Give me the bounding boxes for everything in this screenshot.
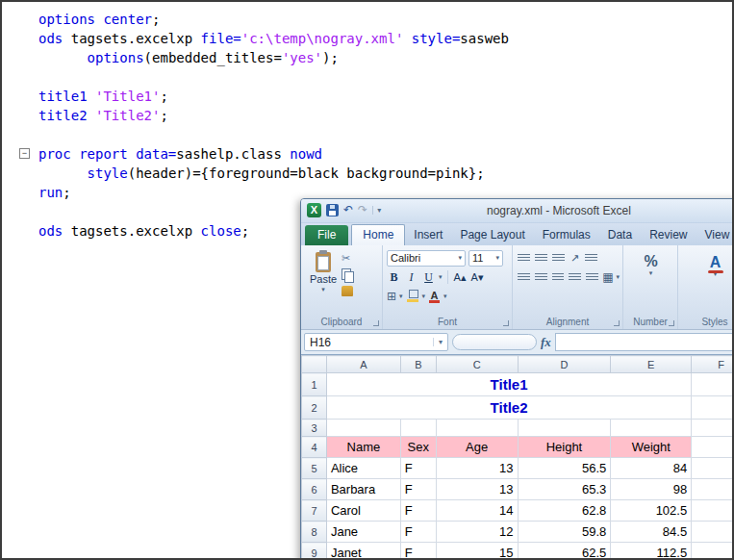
name-box-caret-icon[interactable]: ▾ [433,338,443,346]
tab-file[interactable]: File [305,225,348,245]
name-box[interactable]: H16 ▾ [304,333,448,351]
cell[interactable] [692,420,734,437]
tab-formulas[interactable]: Formulas [534,225,599,245]
save-button[interactable] [326,204,339,216]
cell[interactable]: Jane [326,522,400,543]
font-name-select[interactable]: Calibri ▾ [387,250,466,267]
cell[interactable]: Carol [326,500,400,522]
code-line[interactable]: options(embedded_titles='yes'); [19,48,509,67]
row-header-8[interactable]: 8 [302,522,327,543]
cell[interactable] [326,420,400,437]
cell[interactable]: 62.5 [518,543,611,560]
cell[interactable]: Janet [326,543,400,560]
cut-button[interactable]: ✂ [342,252,355,265]
row-header-6[interactable]: 6 [302,479,327,500]
code-line[interactable]: −proc report data=sashelp.class nowd [19,144,509,164]
column-header-E[interactable]: E [611,356,692,373]
increase-indent-button[interactable] [586,273,598,282]
borders-button[interactable]: ⊞ [387,289,396,304]
row-header-7[interactable]: 7 [302,500,327,522]
fill-color-caret-icon[interactable]: ▾ [422,293,426,300]
alignment-dialog-launcher-icon[interactable] [614,320,620,326]
cell[interactable] [692,437,734,458]
code-line[interactable]: title2 'Title2'; [19,106,509,125]
cell[interactable]: 15 [436,543,518,560]
percent-style-button[interactable]: % [644,254,657,269]
align-middle-button[interactable] [535,254,547,263]
cell[interactable]: Barbara [326,479,400,500]
copy-button[interactable] [342,268,355,282]
column-header-B[interactable]: B [400,356,436,373]
tab-insert[interactable]: Insert [405,225,451,245]
row-header-3[interactable]: 3 [302,420,327,437]
cell[interactable] [400,420,436,437]
underline-caret-icon[interactable]: ▾ [439,273,443,281]
tab-home[interactable]: Home [351,224,405,245]
align-left-button[interactable] [518,273,530,282]
cell[interactable]: 102.5 [611,500,692,522]
cell[interactable]: 56.5 [518,458,611,479]
excel-app-icon[interactable]: X [307,203,321,217]
column-header-D[interactable]: D [518,356,611,373]
cell[interactable]: Sex [400,437,436,458]
cell[interactable] [692,373,734,396]
align-right-button[interactable] [552,273,565,282]
cell[interactable]: Alice [326,458,400,479]
cell[interactable]: F [400,543,436,560]
row-header-9[interactable]: 9 [302,543,327,560]
code-line[interactable]: title1 'Title1'; [19,87,509,106]
row-header-2[interactable]: 2 [302,396,327,420]
borders-caret-icon[interactable]: ▾ [399,293,403,300]
number-format-caret-icon[interactable]: ▾ [649,269,653,277]
cell[interactable]: 84 [611,458,692,479]
font-color-button[interactable]: A [428,290,441,303]
row-header-1[interactable]: 1 [302,373,327,396]
cell[interactable]: 84.5 [611,522,692,543]
merge-center-button[interactable]: ▦ [602,270,613,284]
cell[interactable] [692,500,734,522]
font-dialog-launcher-icon[interactable] [503,320,509,326]
excel-titlebar[interactable]: X ↶ ↷ ▾ nogray.xml - Microsoft Excel [301,199,734,223]
bold-button[interactable]: B [387,269,401,285]
cell[interactable]: F [400,500,436,522]
qat-customize-button[interactable]: ▾ [372,206,381,215]
merged-title-cell[interactable]: Title2 [326,396,691,420]
align-center-button[interactable] [535,273,547,282]
decrease-indent-button[interactable] [569,273,581,282]
merge-center-caret-icon[interactable]: ▾ [616,273,620,281]
cell[interactable] [518,420,611,437]
redo-button[interactable]: ↷ [358,204,367,216]
code-line[interactable] [19,67,509,87]
cell[interactable]: 12 [436,522,518,543]
cell[interactable]: 14 [436,500,518,522]
cell[interactable]: Height [518,437,611,458]
cell[interactable]: F [400,479,436,500]
cell[interactable] [692,479,734,500]
fill-color-button[interactable] [406,290,419,303]
code-line[interactable] [19,125,509,144]
code-line[interactable]: options center; [19,10,509,29]
formula-input[interactable] [555,333,734,351]
cell[interactable]: Age [436,437,518,458]
cell[interactable]: F [400,458,436,479]
column-header-C[interactable]: C [436,356,518,373]
shrink-font-button[interactable]: A▾ [470,269,485,285]
tab-data[interactable]: Data [599,225,641,245]
italic-button[interactable]: I [404,269,418,285]
font-size-select[interactable]: 11 ▾ [468,250,503,267]
cell[interactable]: 62.8 [518,500,611,522]
fold-collapse-icon[interactable]: − [19,148,30,159]
grow-font-button[interactable]: A▴ [453,269,468,285]
orientation-button[interactable]: ↗ [570,252,579,265]
tab-view[interactable]: View [696,225,734,245]
cell[interactable]: F [400,522,436,543]
cell[interactable]: Name [326,437,400,458]
cell[interactable]: Weight [611,437,692,458]
tab-page-layout[interactable]: Page Layout [451,225,533,245]
row-header-5[interactable]: 5 [302,458,327,479]
paste-button[interactable]: Paste ▾ [305,248,342,315]
clipboard-dialog-launcher-icon[interactable] [373,320,379,326]
row-header-4[interactable]: 4 [302,437,327,458]
align-top-button[interactable] [518,254,530,263]
cell[interactable]: 59.8 [518,522,611,543]
